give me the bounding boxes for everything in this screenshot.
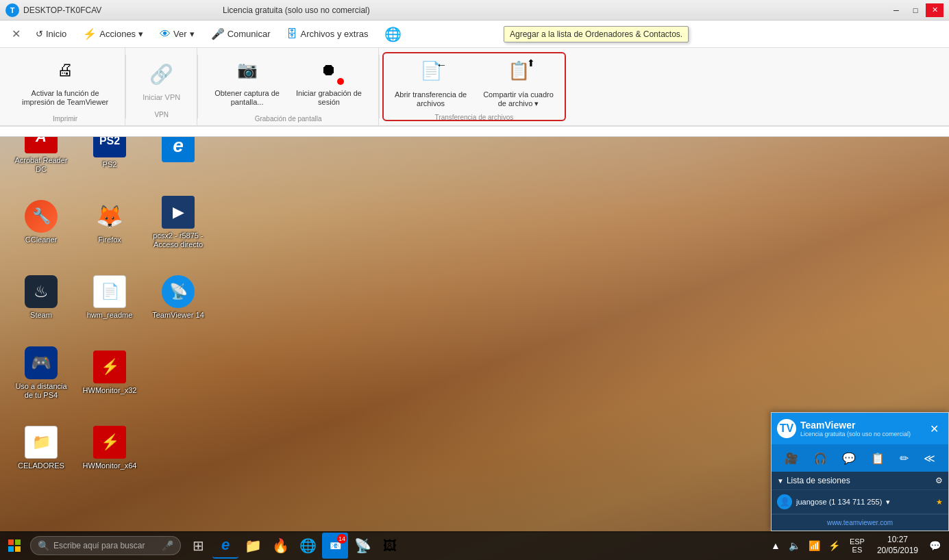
tray-notification-icon[interactable]: 💬 <box>926 539 944 552</box>
search-icon: 🔍 <box>38 540 49 551</box>
tv-action-bar: 🖨 Activar la función deimpresión de Team… <box>0 48 949 127</box>
svg-rect-3 <box>15 546 21 552</box>
icon-steam[interactable]: ♨ Steam <box>7 260 75 335</box>
acciones-icon: ⚡ <box>83 27 97 40</box>
system-clock[interactable]: 10:27 20/05/2019 <box>872 535 924 556</box>
icon-firefox[interactable]: 🦊 Firefox <box>75 185 144 260</box>
tv-panel-close-button[interactable]: ✕ <box>926 421 943 437</box>
icon-celadores[interactable]: 📁 CELADORES <box>7 411 75 486</box>
clock-date: 20/05/2019 <box>877 546 918 557</box>
acciones-arrow-icon: ▾ <box>138 29 143 39</box>
menu-acciones-label: Acciones <box>99 29 136 39</box>
tv-panel-edit-icon[interactable]: ✏ <box>896 450 913 466</box>
taskbar-task-view[interactable]: ⊞ <box>185 533 211 559</box>
tv-window-controls: ─ □ ✕ <box>887 3 944 17</box>
icon-hwm-readme[interactable]: 📄 hwm_readme <box>75 260 144 335</box>
refresh-icon: ↺ <box>36 29 43 39</box>
btn-activar-impresion[interactable]: 🖨 Activar la función deimpresión de Team… <box>16 51 114 110</box>
taskbar-edge[interactable]: e <box>212 533 238 559</box>
menu-acciones[interactable]: ⚡ Acciones ▾ <box>76 21 150 47</box>
tv-gear-icon[interactable]: ⚙ <box>935 476 943 485</box>
ps2-label: PS2 <box>103 160 117 169</box>
teamviewer-toolbar: T DESKTOP-TK0FCAV Licencia gratuita (sol… <box>0 0 949 137</box>
tv-license-text: Licencia gratuita (solo uso no comercial… <box>223 5 370 15</box>
btn-abrir-transferencia[interactable]: 📄 ← Abrir transferencia dearchivos <box>389 52 472 111</box>
firefox-icon: 🦊 <box>93 200 126 233</box>
btn-compartir-label: Compartir vía cuadrode archivo ▾ <box>483 90 554 108</box>
icon-hwmonitor64[interactable]: ⚡ HWMonitor_x64 <box>75 411 144 486</box>
tray-battery-icon[interactable]: ⚡ <box>826 539 843 552</box>
taskbar-explorer[interactable]: 📁 <box>240 533 266 559</box>
btn-impresion-label: Activar la función deimpresión de TeamVi… <box>22 89 108 106</box>
separator-3 <box>379 55 380 118</box>
menu-ver[interactable]: 👁 Ver ▾ <box>153 21 201 47</box>
pcsx2-icon: ▶ <box>162 196 195 229</box>
menu-archivos[interactable]: 🗄 Archivos y extras <box>280 21 375 47</box>
hwm-readme-label: hwm_readme <box>87 311 133 320</box>
taskbar-outlook[interactable]: 📧14 <box>322 533 348 559</box>
tv-session-star-icon[interactable]: ★ <box>936 498 943 507</box>
tv-panel: TV TeamViewer Licencia gratuita (solo us… <box>771 412 949 531</box>
hwmonitor32-label: HWMonitor_x32 <box>83 386 137 395</box>
archivos-icon: 🗄 <box>286 28 297 40</box>
tv-panel-chat-icon[interactable]: 💬 <box>838 450 860 466</box>
taskbar-photos[interactable]: 🖼 <box>377 533 403 559</box>
language-indicator[interactable]: ESP ES <box>846 537 869 554</box>
icon-ps4-remote[interactable]: 🎮 Uso a distancia de tu PS4 <box>7 335 75 411</box>
acrobat-label: Acrobat Reader DC <box>10 156 72 174</box>
taskbar-media[interactable]: 🔥 <box>267 533 293 559</box>
ps4-remote-icon: 🎮 <box>25 346 58 379</box>
tv-panel-collapse-icon[interactable]: ≪ <box>920 450 939 466</box>
celadores-label: CELADORES <box>18 461 64 470</box>
tray-expand-icon[interactable]: ▲ <box>768 539 783 552</box>
search-input[interactable] <box>53 541 158 550</box>
chevron-down-icon: ▼ <box>777 477 784 485</box>
btn-compartir-cuadro[interactable]: 📋 ⬆ Compartir vía cuadrode archivo ▾ <box>478 52 559 111</box>
taskbar-unknown1[interactable]: 🌐 <box>295 533 321 559</box>
btn-captura-pantalla[interactable]: 📷 Obtener captura depantalla... <box>209 51 285 110</box>
tv-panel-logo: TV <box>777 419 796 438</box>
btn-iniciar-vpn[interactable]: 🔗 Iniciar VPN <box>137 55 186 105</box>
icon-teamviewer14[interactable]: 📡 TeamViewer 14 <box>144 260 212 335</box>
menu-inicio-label: Inicio <box>46 29 66 39</box>
btn-abrir-transferencia-label: Abrir transferencia dearchivos <box>395 90 467 108</box>
tray-network-icon[interactable]: 📶 <box>806 539 823 552</box>
taskbar-search[interactable]: 🔍 🎤 <box>30 536 181 555</box>
icon-hwmonitor32[interactable]: ⚡ HWMonitor_x32 <box>75 335 144 411</box>
taskbar-teamviewer[interactable]: 📡 <box>349 533 375 559</box>
svg-rect-2 <box>8 546 14 552</box>
icon-pcsx2[interactable]: ▶ pcsx2 - r5875 - Acceso directo <box>144 185 212 260</box>
close-button[interactable]: ✕ <box>926 3 944 17</box>
vpn-icon: 🔗 <box>145 58 178 90</box>
tv-session-entry: 👤 juangose (1 134 711 255) ▾ ★ <box>772 490 948 514</box>
start-button[interactable] <box>0 531 29 560</box>
steam-label: Steam <box>30 311 52 320</box>
avatar-icon: 👤 <box>780 497 790 507</box>
ccleaner-label: CCleaner <box>25 236 57 244</box>
celadores-icon: 📁 <box>25 426 58 459</box>
tv-panel-audio-icon[interactable]: 🎧 <box>809 450 831 466</box>
maximize-button[interactable]: □ <box>907 3 924 17</box>
tv-session-arrow[interactable]: ▾ <box>886 498 890 507</box>
tv-logo-text: TV <box>780 422 793 435</box>
extras-icon: 🌐 <box>384 26 402 42</box>
svg-rect-0 <box>8 539 14 545</box>
menu-refresh[interactable]: ↺ Inicio <box>29 21 73 47</box>
minimize-button[interactable]: ─ <box>887 3 905 17</box>
btn-vpn-label: Iniciar VPN <box>143 93 180 102</box>
file-transfer-icon: 📄 ← <box>415 55 447 88</box>
teamviewer14-label: TeamViewer 14 <box>152 311 204 320</box>
tv-panel-clipboard-icon[interactable]: 📋 <box>867 450 889 466</box>
menu-extras[interactable]: 🌐 <box>378 21 408 47</box>
menu-close-icon[interactable]: ✕ <box>5 24 26 44</box>
tv-panel-video-icon[interactable]: 🎥 <box>780 450 802 466</box>
icon-ccleaner[interactable]: 🔧 CCleaner <box>7 185 75 260</box>
tv-panel-link[interactable]: www.teamviewer.com <box>772 514 948 531</box>
tray-volume-icon[interactable]: 🔈 <box>786 539 803 552</box>
action-group-grabacion: 📷 Obtener captura depantalla... ⏺ Inicia… <box>198 48 379 125</box>
printer-icon: 🖨 <box>49 53 82 86</box>
menu-comunicar[interactable]: 🎤 Comunicar <box>204 21 278 47</box>
btn-iniciar-grabacion[interactable]: ⏺ Iniciar grabación desesión <box>291 51 367 110</box>
windows-icon <box>8 539 21 552</box>
tooltip: Agregar a la lista de Ordenadores & Cont… <box>504 26 689 42</box>
